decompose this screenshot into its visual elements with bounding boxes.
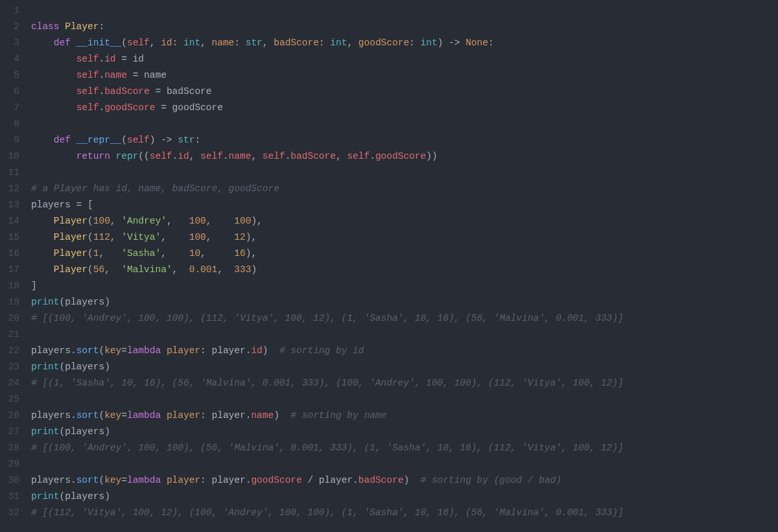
code-token: self xyxy=(127,135,150,145)
code-token: ), xyxy=(251,216,262,226)
code-token: Player xyxy=(54,216,88,226)
code-token: ( xyxy=(88,216,93,226)
code-token: 100 xyxy=(189,232,206,242)
line-number: 29 xyxy=(0,456,19,472)
code-token: / xyxy=(302,475,319,485)
code-token: badScore xyxy=(167,86,212,97)
code-token: player xyxy=(212,410,246,421)
code-line[interactable]: self.id = id xyxy=(31,51,778,67)
code-line[interactable] xyxy=(31,327,778,343)
code-token: : xyxy=(200,410,211,421)
code-token: ) xyxy=(274,410,290,421)
code-token: ) xyxy=(104,297,110,307)
code-line[interactable]: # [(100, 'Andrey', 100, 100), (112, 'Vit… xyxy=(31,310,778,327)
code-token: sort xyxy=(77,345,99,356)
code-line[interactable] xyxy=(31,165,778,181)
code-line[interactable]: print(players) xyxy=(31,489,778,505)
code-line[interactable]: self.goodScore = goodScore xyxy=(31,100,778,116)
code-line[interactable]: # [(112, 'Vitya', 100, 12), (100, 'Andre… xyxy=(31,505,778,521)
code-line[interactable]: self.badScore = badScore xyxy=(31,84,778,100)
code-line[interactable]: Player(1, 'Sasha', 10, 16), xyxy=(31,246,778,262)
code-line[interactable]: Player(100, 'Andrey', 100, 100), xyxy=(31,213,778,229)
code-line[interactable]: players.sort(key=lambda player: player.g… xyxy=(31,472,778,489)
code-token: , xyxy=(110,232,121,242)
code-token: , xyxy=(206,216,235,226)
code-line[interactable]: # [(100, 'Andrey', 100, 100), (56, 'Malv… xyxy=(31,440,778,456)
code-token: players xyxy=(65,362,104,372)
code-token: str xyxy=(246,38,263,48)
code-token: self xyxy=(77,70,99,80)
code-token: , xyxy=(110,216,121,226)
code-line[interactable]: class Player: xyxy=(31,19,778,35)
code-line[interactable]: # [(1, 'Sasha', 10, 16), (56, 'Malvina',… xyxy=(31,375,778,391)
code-token: , xyxy=(161,248,189,259)
code-editor[interactable]: 1234567891011121314151617181920212223242… xyxy=(0,0,778,532)
code-token: id xyxy=(251,345,262,356)
code-token: . xyxy=(99,86,104,97)
code-line[interactable]: # a Player has id, name, badScore, goodS… xyxy=(31,181,778,197)
line-number-gutter: 1234567891011121314151617181920212223242… xyxy=(0,0,31,532)
code-line[interactable]: def __init__(self, id: int, name: str, b… xyxy=(31,35,778,51)
line-number: 7 xyxy=(0,100,19,116)
code-token: 'Andrey' xyxy=(121,216,167,226)
code-token: = xyxy=(127,70,144,80)
code-line[interactable]: print(players) xyxy=(31,294,778,310)
code-token: , xyxy=(336,151,347,161)
code-token: 56 xyxy=(93,264,104,275)
code-line[interactable]: print(players) xyxy=(31,424,778,440)
code-token: , xyxy=(263,38,274,48)
code-line[interactable] xyxy=(31,3,778,19)
line-number: 9 xyxy=(0,132,19,148)
line-number: 27 xyxy=(0,424,19,440)
code-line[interactable]: players.sort(key=lambda player: player.i… xyxy=(31,343,778,359)
code-line[interactable]: print(players) xyxy=(31,359,778,375)
code-line[interactable] xyxy=(31,116,778,132)
code-token: , xyxy=(150,38,161,48)
code-token: , xyxy=(200,38,211,48)
code-line[interactable]: Player(56, 'Malvina', 0.001, 333) xyxy=(31,262,778,278)
code-line[interactable]: self.name = name xyxy=(31,67,778,84)
code-token: players xyxy=(65,491,104,502)
code-token: self xyxy=(127,38,150,48)
code-token xyxy=(31,38,54,48)
line-number: 25 xyxy=(0,391,19,408)
line-number: 2 xyxy=(0,19,19,35)
code-line[interactable]: def __repr__(self) -> str: xyxy=(31,132,778,148)
code-token xyxy=(161,475,167,485)
code-token: Player xyxy=(65,21,99,32)
code-token: ( xyxy=(60,426,65,437)
line-number: 15 xyxy=(0,229,19,246)
line-number: 16 xyxy=(0,246,19,262)
code-token: # sorting by name xyxy=(290,410,386,421)
code-line[interactable]: return repr((self.id, self.name, self.ba… xyxy=(31,148,778,165)
code-line[interactable]: ] xyxy=(31,278,778,294)
code-area[interactable]: class Player: def __init__(self, id: int… xyxy=(31,0,778,532)
code-token: # [(100, 'Andrey', 100, 100), (112, 'Vit… xyxy=(31,313,624,323)
code-token: : xyxy=(234,38,245,48)
line-number: 1 xyxy=(0,3,19,19)
code-token: int xyxy=(183,38,200,48)
code-line[interactable]: players.sort(key=lambda player: player.n… xyxy=(31,408,778,424)
code-token xyxy=(31,102,77,113)
code-token: , xyxy=(217,264,234,275)
line-number: 12 xyxy=(0,181,19,197)
code-token: lambda xyxy=(127,410,161,421)
code-token: . xyxy=(223,151,229,161)
code-token: player xyxy=(212,345,246,356)
code-token: badScore xyxy=(274,38,319,48)
code-token: int xyxy=(421,38,438,48)
code-token: 100 xyxy=(234,216,251,226)
code-token xyxy=(31,216,54,226)
line-number: 19 xyxy=(0,294,19,310)
code-token: , xyxy=(99,248,121,259)
code-token: : xyxy=(194,135,200,145)
code-line[interactable]: players = [ xyxy=(31,197,778,213)
code-token: player xyxy=(167,475,200,485)
code-token: , xyxy=(104,264,121,275)
code-token xyxy=(31,70,77,80)
code-line[interactable] xyxy=(31,456,778,472)
code-line[interactable]: Player(112, 'Vitya', 100, 12), xyxy=(31,229,778,246)
code-token: 333 xyxy=(234,264,251,275)
code-token: Player xyxy=(54,232,88,242)
code-line[interactable] xyxy=(31,391,778,408)
